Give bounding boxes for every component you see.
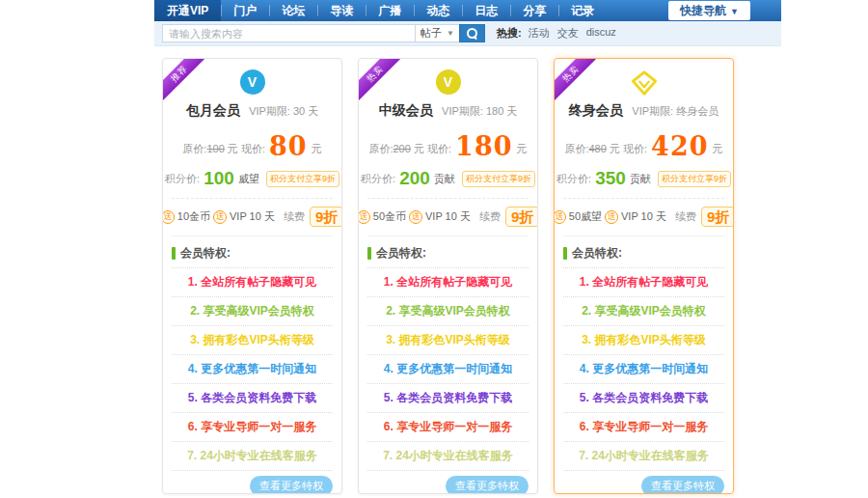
view-more-perks-button[interactable]: 查看更多特权 — [446, 476, 529, 494]
nav-item-分享[interactable]: 分享 — [510, 0, 558, 21]
vip-duration: VIP期限: 终身会员 — [632, 105, 719, 117]
divider — [367, 235, 529, 236]
gift-row: 送 50金币 送 VIP 10 天 续费 9折 — [367, 207, 529, 227]
divider — [367, 198, 529, 199]
vip-duration-label: VIP期限: — [249, 105, 290, 117]
divider — [172, 235, 333, 236]
nav-item-记录[interactable]: 记录 — [558, 0, 607, 21]
points-row: 积分价: 350 贡献 积分支付立享9折 — [563, 168, 724, 189]
quick-nav-label: 快捷导航 — [680, 4, 726, 17]
current-price: 80 — [269, 131, 308, 161]
search-category-value: 帖子 — [420, 26, 442, 41]
perk-item: 4. 更多优惠第一时间通知 — [367, 355, 529, 384]
renew-discount-badge: 9折 — [505, 207, 538, 227]
current-price-label: 现价: — [241, 143, 265, 154]
vip-icon-wrap: V — [172, 69, 333, 97]
perk-item: 2. 享受高级VIP会员特权 — [367, 297, 529, 326]
perk-item: 6. 享专业导师一对一服务 — [172, 413, 333, 442]
perk-item: 1. 全站所有帖子隐藏可见 — [563, 268, 724, 297]
gift2-text: VIP 10 天 — [621, 209, 666, 224]
gift-tag-icon: 送 — [162, 210, 175, 224]
nav-item-日志[interactable]: 日志 — [462, 0, 510, 21]
perk-item: 5. 各类会员资料免费下载 — [367, 384, 529, 413]
price-row: 原价:100 元 现价: 80 元 — [172, 131, 333, 161]
divider — [563, 235, 724, 236]
points-price-value: 100 — [203, 168, 234, 189]
gift-tag-icon: 送 — [409, 210, 422, 224]
gift-tag-icon: 送 — [554, 210, 566, 224]
perks-list: 1. 全站所有帖子隐藏可见 2. 享受高级VIP会员特权 3. 拥有彩色VIP头… — [563, 267, 724, 471]
chevron-down-icon: ▼ — [447, 29, 454, 38]
original-price-unit: 元 — [228, 143, 238, 154]
points-price-value: 350 — [595, 168, 626, 189]
hot-keywords: 活动交友discuz — [529, 26, 616, 41]
gift-tag-icon: 送 — [213, 210, 227, 224]
price-row: 原价:200 元 现价: 180 元 — [367, 131, 529, 161]
current-price-label: 现价: — [427, 143, 451, 154]
perks-title: 会员特权: — [376, 245, 426, 262]
view-more-perks-button[interactable]: 查看更多特权 — [250, 476, 333, 494]
perks-title: 会员特权: — [180, 245, 231, 262]
hot-keyword[interactable]: 活动 — [529, 26, 550, 41]
perk-item: 3. 拥有彩色VIP头衔等级 — [172, 326, 333, 355]
card-title: 中级会员 — [379, 102, 433, 118]
perk-item: 1. 全站所有帖子隐藏可见 — [367, 268, 529, 297]
perk-item: 5. 各类会员资料免费下载 — [172, 384, 333, 413]
nav-items: 开通VIP门户论坛导读广播动态日志分享记录 — [154, 0, 607, 21]
points-discount-badge: 积分支付立享9折 — [658, 171, 731, 187]
divider — [172, 198, 333, 199]
perks-list: 1. 全站所有帖子隐藏可见 2. 享受高级VIP会员特权 3. 拥有彩色VIP头… — [172, 267, 333, 471]
points-unit: 贡献 — [434, 172, 455, 186]
nav-item-论坛[interactable]: 论坛 — [269, 0, 317, 21]
original-price: 200 — [393, 143, 411, 154]
points-unit: 威望 — [238, 172, 259, 186]
page-wrapper: 开通VIP门户论坛导读广播动态日志分享记录 快捷导航▼ 帖子 ▼ 热搜: 活动交… — [154, 0, 781, 494]
current-price: 420 — [651, 131, 708, 161]
nav-item-广播[interactable]: 广播 — [366, 0, 414, 21]
gift-tag-icon: 送 — [605, 210, 618, 224]
price-row: 原价:480 元 现价: 420 元 — [563, 131, 724, 161]
nav-item-导读[interactable]: 导读 — [317, 0, 366, 21]
nav-item-动态[interactable]: 动态 — [414, 0, 462, 21]
vip-duration: VIP期限: 180 天 — [442, 105, 517, 117]
gift-tag-icon: 送 — [358, 210, 370, 224]
quick-nav-button[interactable]: 快捷导航▼ — [668, 1, 750, 20]
search-category-select[interactable]: 帖子 ▼ — [415, 24, 459, 42]
points-price-label: 积分价: — [556, 172, 591, 186]
search-button[interactable] — [459, 24, 485, 42]
search-bar: 帖子 ▼ 热搜: 活动交友discuz — [154, 21, 781, 46]
perk-item: 7. 24小时专业在线客服务 — [367, 442, 529, 471]
nav-item-开通VIP[interactable]: 开通VIP — [154, 0, 221, 21]
points-discount-badge: 积分支付立享9折 — [266, 171, 339, 187]
points-discount-badge: 积分支付立享9折 — [462, 171, 535, 187]
original-price-label: 原价: — [182, 143, 206, 154]
vip-duration-label: VIP期限: — [442, 105, 483, 117]
perk-item: 7. 24小时专业在线客服务 — [172, 442, 333, 471]
perk-item: 5. 各类会员资料免费下载 — [563, 384, 724, 413]
vip-diamond-icon — [630, 69, 659, 100]
nav-item-门户[interactable]: 门户 — [221, 0, 269, 21]
perk-item: 6. 享专业导师一对一服务 — [563, 413, 724, 442]
points-row: 积分价: 200 贡献 积分支付立享9折 — [367, 168, 529, 189]
search-icon — [467, 28, 477, 39]
perk-item: 2. 享受高级VIP会员特权 — [172, 297, 333, 326]
vip-card: 热卖 V 中级会员 VIP期限: 180 天 原价:200 元 现价: 180 … — [358, 58, 538, 494]
vip-icon-wrap: V — [367, 69, 529, 97]
perks-title-row: 会员特权: — [367, 245, 529, 262]
vip-card: 推荐 V 包月会员 VIP期限: 30 天 原价:100 元 现价: 80 元 … — [162, 58, 342, 494]
original-price-unit: 元 — [610, 143, 620, 154]
renew-label: 续费 — [675, 209, 696, 224]
perk-item: 4. 更多优惠第一时间通知 — [172, 355, 333, 384]
vip-circle-icon: V — [436, 69, 461, 95]
perks-title-row: 会员特权: — [563, 245, 724, 262]
hot-keyword[interactable]: 交友 — [557, 26, 579, 41]
search-input[interactable] — [162, 24, 415, 42]
view-more-perks-button[interactable]: 查看更多特权 — [641, 476, 724, 494]
top-navbar: 开通VIP门户论坛导读广播动态日志分享记录 快捷导航▼ — [154, 0, 781, 21]
hot-keyword[interactable]: discuz — [586, 26, 616, 41]
green-bar-icon — [563, 247, 567, 260]
current-price-unit: 元 — [312, 143, 322, 154]
original-price: 100 — [206, 143, 224, 154]
vip-icon-wrap — [563, 69, 724, 97]
card-title-row: 包月会员 VIP期限: 30 天 — [172, 101, 333, 120]
